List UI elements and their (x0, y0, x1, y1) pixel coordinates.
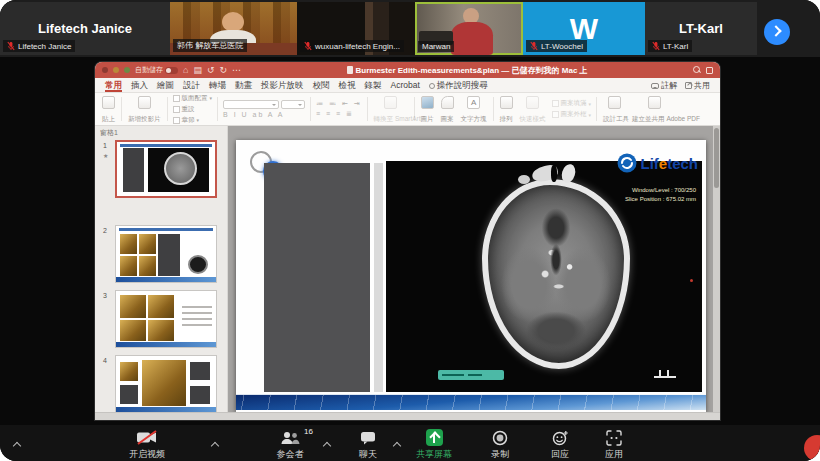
font-size-select[interactable] (281, 100, 305, 109)
insert-picture-button[interactable]: 圖片 (420, 95, 435, 123)
thumb-graphic (139, 256, 156, 276)
share-screen-icon (426, 429, 443, 446)
new-slide-button[interactable]: 新增投影片 (127, 95, 162, 123)
participant-name-label: wuxuan-lifetech Engin... (315, 42, 400, 51)
thumb-graphic (120, 234, 137, 254)
participant-tile-lifetech-janice[interactable]: Lifetech Janice Lifetech Janice (0, 2, 170, 55)
dropdown-caret-icon: ▾ (197, 117, 200, 123)
share-document-button[interactable]: 共用 (685, 80, 710, 91)
participant-tile-woochel[interactable]: W LT-Woochel (523, 2, 645, 55)
adobe-pdf-button[interactable]: 建立並共用 Adobe PDF (631, 95, 677, 123)
participant-tile-karl[interactable]: LT-Karl LT-Karl (645, 2, 757, 55)
tab-draw[interactable]: 繪圖 (157, 78, 174, 92)
tab-animations[interactable]: 動畫 (235, 78, 252, 92)
arrange-button[interactable]: 排列 (499, 95, 514, 123)
tab-insert[interactable]: 插入 (131, 78, 148, 92)
ribbon-tab-bar: 常用 插入 繪圖 設計 轉場 動畫 投影片放映 校閱 檢視 錄製 Acrobat… (95, 78, 720, 93)
reactions-button[interactable]: 回应 (538, 429, 582, 461)
arrange-icon (500, 96, 513, 109)
chat-button[interactable]: 聊天 (348, 429, 388, 461)
slide-thumbnail-1[interactable] (115, 140, 217, 198)
tab-acrobat[interactable]: Acrobat (391, 78, 420, 92)
slide-number: 4 (103, 357, 107, 364)
ribbon-separator (121, 97, 122, 121)
share-screen-button[interactable]: 共享屏幕 (406, 429, 462, 461)
insert-textbox-button[interactable]: A 文字方塊 (460, 95, 488, 123)
tab-record[interactable]: 錄製 (365, 78, 382, 92)
tell-me-search[interactable]: 操作說明搜尋 (429, 78, 488, 92)
next-participants-button[interactable] (764, 19, 790, 45)
slide-tools-stack: 版面配置▾ 重設 章節▾ (173, 95, 213, 123)
maximize-window-button[interactable] (124, 67, 130, 73)
minimize-window-button[interactable] (113, 67, 119, 73)
font-style-buttons[interactable]: B I U ab A A (223, 111, 305, 118)
start-video-button[interactable]: 开启视频 (112, 429, 182, 461)
pane-label: 窗格1 (100, 128, 118, 138)
meeting-window: Lifetech Janice Lifetech Janice 郭伟 解放军总医… (0, 0, 820, 461)
participant-name-label: Marwan (422, 42, 450, 51)
chat-options-caret[interactable] (394, 441, 401, 448)
video-off-icon (136, 430, 158, 445)
search-icon[interactable] (693, 66, 701, 74)
muted-mic-icon (530, 41, 538, 51)
participant-name-chip: Lifetech Janice (3, 40, 75, 52)
dicom-divider-strip (374, 163, 383, 392)
audio-options-caret[interactable] (14, 441, 21, 448)
toggle-switch-icon (165, 67, 178, 74)
save-icon[interactable]: ▤ (193, 66, 202, 75)
slide-thumbnail-2[interactable] (115, 225, 217, 283)
slide-canvas[interactable]: Window/Level : 700/250 Slice Position : … (236, 140, 706, 412)
tab-slideshow[interactable]: 投影片放映 (261, 78, 304, 92)
participant-name-label: Lifetech Janice (18, 42, 71, 51)
undo-icon[interactable]: ↺ (207, 66, 215, 75)
font-name-select[interactable] (223, 100, 279, 109)
tab-review[interactable]: 校閱 (313, 78, 330, 92)
thumb-graphic (148, 295, 174, 317)
tab-design[interactable]: 設計 (183, 78, 200, 92)
dicom-overlay-text: Window/Level : 700/250 Slice Position : … (625, 186, 696, 204)
participant-name-chip: Marwan (418, 41, 454, 52)
clipboard-icon (102, 96, 115, 109)
ribbon-separator (167, 97, 168, 121)
document-icon (347, 66, 353, 74)
align-buttons[interactable]: ≡ ≡ ≡ ≣ (316, 110, 362, 118)
end-meeting-button[interactable] (804, 435, 820, 461)
shape-fill-button[interactable]: 圖案填滿▾ (552, 99, 592, 108)
tab-transitions[interactable]: 轉場 (209, 78, 226, 92)
ribbon-separator (367, 97, 368, 121)
redo-icon[interactable]: ↻ (220, 66, 228, 75)
convert-smartart-button[interactable]: 轉換至 SmartArt (373, 95, 409, 123)
participant-tile-wuxuan[interactable]: wuxuan-lifetech Engin... (297, 2, 415, 55)
record-button[interactable]: 录制 (478, 429, 522, 461)
window-options-icon[interactable] (706, 67, 713, 74)
dicom-sidebar-panel (264, 163, 370, 392)
home-icon[interactable]: ⌂ (183, 66, 188, 75)
shape-outline-button[interactable]: 圖案外框▾ (552, 110, 592, 119)
layout-button[interactable]: 版面配置▾ (173, 94, 213, 103)
participant-tile-guowei[interactable]: 郭伟 解放军总医院 (170, 2, 297, 55)
insert-shapes-button[interactable]: 圖案 (440, 95, 455, 123)
apps-button[interactable]: 应用 (592, 429, 636, 461)
autosave-toggle[interactable]: 自動儲存 (135, 65, 178, 75)
vertical-scrollbar[interactable] (713, 126, 720, 412)
more-commands-icon[interactable]: ⋯ (232, 66, 241, 75)
section-button[interactable]: 章節▾ (173, 116, 213, 125)
tab-view[interactable]: 檢視 (339, 78, 356, 92)
paste-button[interactable]: 貼上 (101, 95, 116, 123)
slide-thumbnail-4[interactable] (115, 355, 217, 413)
video-options-caret[interactable] (212, 441, 219, 448)
comments-button[interactable]: 註解 (651, 80, 677, 91)
participants-options-caret[interactable] (324, 441, 331, 448)
list-buttons[interactable]: ≔ ≕ ⇤ ⇥ (316, 100, 362, 108)
participant-tile-marwan[interactable]: Marwan (415, 2, 523, 55)
tab-home[interactable]: 常用 (105, 78, 122, 92)
quick-styles-button[interactable]: 快速樣式 (519, 95, 547, 123)
thumb-graphic (139, 234, 156, 254)
slide-thumbnail-3[interactable] (115, 290, 217, 348)
close-window-button[interactable] (102, 67, 108, 73)
thumb-graphic (120, 362, 138, 381)
participants-button[interactable]: 16 参会者 (262, 429, 318, 461)
reset-button[interactable]: 重設 (173, 105, 213, 114)
design-ideas-button[interactable]: 設計工具 (602, 95, 626, 123)
ppt-titlebar: 自動儲存 ⌂ ▤ ↺ ↻ ⋯ Burmester Edith-measureme… (95, 62, 720, 78)
